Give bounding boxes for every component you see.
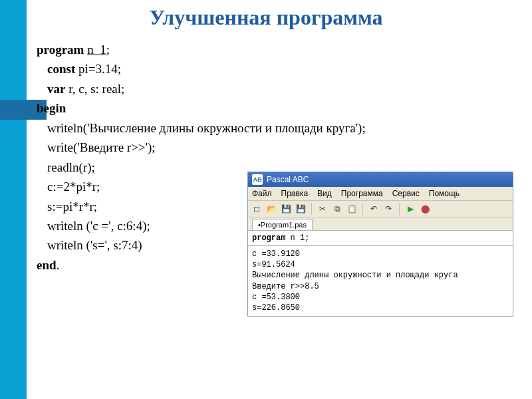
ide-menubar: Файл Правка Вид Программа Сервис Помощь xyxy=(248,187,513,201)
stop-icon[interactable]: ⬤ xyxy=(419,203,431,215)
ide-source[interactable]: program n 1; xyxy=(248,231,513,246)
out-line: s=91.5624 xyxy=(252,260,295,269)
menu-help[interactable]: Помощь xyxy=(429,189,460,198)
new-icon[interactable]: ◻ xyxy=(251,203,263,215)
out-line: c =33.9120 xyxy=(252,249,300,259)
tab-file[interactable]: •Program1.pas xyxy=(252,219,313,230)
ide-tabs: •Program1.pas xyxy=(248,217,513,231)
app-icon: AB xyxy=(252,174,263,185)
run-icon[interactable]: ▶ xyxy=(404,203,416,215)
save-icon[interactable]: 💾 xyxy=(280,203,292,215)
undo-icon[interactable]: ↶ xyxy=(368,203,380,215)
keyword-program: program xyxy=(37,43,84,57)
code-line: program n_1; xyxy=(37,40,366,59)
menu-edit[interactable]: Правка xyxy=(281,189,309,198)
out-line: s=226.8650 xyxy=(252,303,300,313)
redo-icon[interactable]: ↷ xyxy=(382,203,394,215)
separator xyxy=(362,203,363,215)
open-icon[interactable]: 📂 xyxy=(265,203,277,215)
code-line: var r, c, s: real; xyxy=(47,79,366,98)
program-name: n_1 xyxy=(87,43,106,57)
ide-output: c =33.9120 s=91.5624 Вычисление длины ок… xyxy=(248,246,513,316)
out-line: Введите r>>8.5 xyxy=(252,282,319,291)
ide-window: AB Pascal ABC Файл Правка Вид Программа … xyxy=(247,172,513,317)
code-line: begin xyxy=(37,98,366,118)
paste-icon[interactable]: 📋 xyxy=(346,203,358,215)
left-bar xyxy=(0,0,27,399)
code-line: write('Введите r>>'); xyxy=(47,138,366,157)
keyword-end: end xyxy=(37,258,57,272)
slide-title: Улучшенная программа xyxy=(0,5,532,30)
keyword-begin: begin xyxy=(37,101,66,115)
keyword-const: const xyxy=(47,62,75,76)
slide: Улучшенная программа program n_1; const … xyxy=(0,0,532,399)
menu-program[interactable]: Программа xyxy=(341,189,383,198)
ide-titlebar: AB Pascal ABC xyxy=(248,172,513,187)
menu-file[interactable]: Файл xyxy=(252,189,272,198)
out-line: c =53.3800 xyxy=(252,293,300,302)
copy-icon[interactable]: ⧉ xyxy=(331,203,343,215)
code-line: writeln('Вычисление длины окружности и п… xyxy=(47,118,366,138)
keyword-var: var xyxy=(47,82,65,96)
menu-service[interactable]: Сервис xyxy=(392,189,420,198)
code-line: const pi=3.14; xyxy=(47,59,366,78)
cut-icon[interactable]: ✂ xyxy=(317,203,329,215)
ide-toolbar: ◻ 📂 💾 💾 ✂ ⧉ 📋 ↶ ↷ ▶ ⬤ xyxy=(248,201,513,217)
ide-title-text: Pascal ABC xyxy=(267,175,309,184)
src-keyword: program xyxy=(252,233,285,243)
out-line: Вычисление длины окружности и площади кр… xyxy=(252,271,458,280)
saveall-icon[interactable]: 💾 xyxy=(295,203,307,215)
separator xyxy=(399,203,400,215)
separator xyxy=(311,203,312,215)
menu-view[interactable]: Вид xyxy=(317,189,332,198)
